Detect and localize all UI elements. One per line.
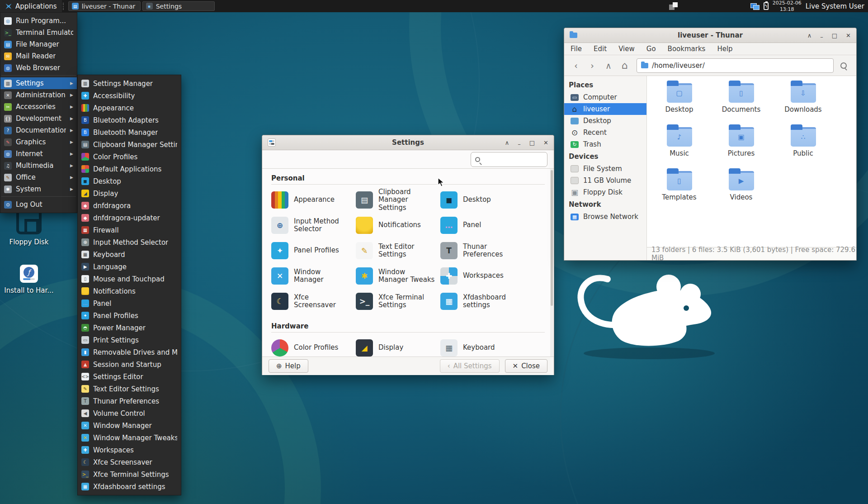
submenu-item[interactable]: ◼ Desktop	[78, 175, 181, 187]
folder-item[interactable]: ▯ Templates	[648, 168, 710, 212]
menubar-item[interactable]: Bookmarks	[668, 45, 706, 53]
menu-item[interactable]: ✕ Administration ▶	[0, 89, 77, 101]
settings-tile[interactable]: ▦ Keyboard	[440, 335, 525, 357]
panel-handle[interactable]	[63, 3, 66, 10]
sidebar-item[interactable]: ▭ Computer	[564, 91, 646, 103]
forward-button[interactable]: ›	[585, 58, 599, 73]
folder-item[interactable]: ▣ Pictures	[710, 124, 772, 168]
settings-tile[interactable]: ▤ Clipboard Manager Settings	[356, 187, 440, 213]
submenu-item[interactable]: ▤ Clipboard Manager Settings	[78, 138, 181, 151]
settings-tile[interactable]: ✎ Text Editor Settings	[356, 238, 440, 263]
desktop-icon-floppy[interactable]: Floppy Disk	[1, 209, 57, 246]
up-button[interactable]: ∧	[601, 58, 616, 73]
submenu-item[interactable]: Notifications	[78, 285, 181, 297]
submenu-item[interactable]: B Bluetooth Manager	[78, 126, 181, 138]
folder-item[interactable]: ▢ Desktop	[648, 81, 710, 124]
settings-tile[interactable]: ✕ Window Manager	[271, 263, 356, 289]
submenu-item[interactable]: B Bluetooth Adapters	[78, 114, 181, 126]
settings-tile[interactable]: ✱ Window Manager Tweaks	[356, 263, 440, 289]
battery-tray-icon[interactable]: ϟ	[764, 2, 769, 10]
minimize-icon[interactable]: –	[820, 33, 823, 40]
submenu-item[interactable]: ▮ Removable Drives and Media	[78, 346, 181, 358]
menu-item[interactable]: ◍ Internet ▶	[0, 148, 77, 160]
menu-item[interactable]: ◍ Web Browser ▶	[0, 62, 77, 74]
menubar-item[interactable]: File	[571, 45, 582, 53]
submenu-item[interactable]: ▦ Xfdashboard settings	[78, 480, 181, 493]
close-icon[interactable]: ✕	[846, 32, 851, 39]
settings-tile[interactable]: ☾ Xfce Screensaver	[271, 289, 356, 314]
sidebar-item[interactable]: ▣ Floppy Disk	[564, 186, 646, 198]
menu-item[interactable]: ? Documentation ▶	[0, 124, 77, 136]
settings-tile[interactable]: ✦ Panel Profiles	[271, 238, 356, 263]
submenu-item[interactable]: <> Settings Editor	[78, 371, 181, 383]
minimize-icon[interactable]: –	[518, 141, 521, 147]
settings-tile[interactable]: >_ Xfce Terminal Settings	[356, 289, 440, 314]
menu-item[interactable]: ▤ File Manager ▶	[0, 38, 77, 50]
all-settings-button[interactable]: ‹ All Settings	[440, 359, 500, 373]
task-button[interactable]: ▪ Settings	[142, 1, 215, 11]
maximize-icon[interactable]: □	[529, 139, 535, 146]
submenu-item[interactable]: ◀ Volume Control	[78, 407, 181, 419]
menu-item[interactable]: ✂ Accessories ▶	[0, 101, 77, 113]
menu-item[interactable]: ⊙ Log Out ▶	[0, 199, 77, 210]
folder-item[interactable]: ∴ Public	[772, 124, 834, 168]
submenu-item[interactable]: >_ Xfce Terminal Settings	[78, 468, 181, 480]
sidebar-item[interactable]: Desktop	[564, 115, 646, 127]
clock[interactable]: 2025-02-06 13:18	[773, 0, 802, 12]
settings-tile[interactable]: Color Profiles	[271, 335, 356, 357]
submenu-item[interactable]: ◓ Power Manager	[78, 322, 181, 334]
thunar-titlebar[interactable]: liveuser - Thunar ∧ – □ ✕	[564, 28, 856, 43]
sidebar-item[interactable]: 11 GB Volume	[564, 175, 646, 186]
scrollbar[interactable]	[550, 169, 553, 357]
close-button[interactable]: ✕ Close	[505, 359, 547, 373]
shade-icon[interactable]: ∧	[807, 32, 812, 39]
help-button[interactable]: ⊕ Help	[269, 359, 308, 373]
menubar-item[interactable]: Help	[717, 45, 732, 53]
submenu-item[interactable]: ✕ Window Manager Tweaks	[78, 432, 181, 444]
path-input[interactable]: /home/liveuser/	[637, 58, 834, 73]
submenu-item[interactable]: Color Profiles	[78, 151, 181, 163]
submenu-item[interactable]: ☾ Xfce Screensaver	[78, 456, 181, 468]
settings-tile[interactable]: ◢ Display	[356, 335, 440, 357]
submenu-item[interactable]: Appearance	[78, 102, 181, 114]
submenu-item[interactable]: ▯ Mouse and Touchpad	[78, 273, 181, 285]
menu-item[interactable]: >_ Terminal Emulator ▶	[0, 27, 77, 38]
settings-tile[interactable]: Appearance	[271, 187, 356, 213]
menu-item[interactable]: ✎ Office ▶	[0, 171, 77, 183]
settings-tile[interactable]: … Panel	[440, 213, 525, 238]
submenu-item[interactable]: ▥ Settings Manager	[78, 77, 181, 90]
menu-item[interactable]: ✎ Graphics ▶	[0, 136, 77, 148]
network-tray-icon[interactable]	[750, 2, 760, 10]
close-icon[interactable]: ✕	[543, 139, 548, 146]
submenu-item[interactable]: T Thunar Preferences	[78, 395, 181, 407]
submenu-item[interactable]: ▭ Print Settings	[78, 334, 181, 346]
home-button[interactable]: ⌂	[618, 58, 632, 73]
settings-tile[interactable]: ⊕ Input Method Selector	[271, 213, 356, 238]
settings-tile[interactable]: ◼ Desktop	[440, 187, 525, 213]
sidebar-item[interactable]: ▦ Browse Network	[564, 211, 646, 223]
back-button[interactable]: ‹	[569, 58, 583, 73]
menu-item[interactable]: {} Development ▶	[0, 113, 77, 124]
menubar-item[interactable]: Go	[646, 45, 656, 53]
settings-tile[interactable]: T Thunar Preferences	[440, 238, 525, 263]
submenu-item[interactable]: Default Applications	[78, 163, 181, 175]
folder-item[interactable]: ▶ Videos	[710, 168, 772, 212]
sidebar-item[interactable]: ↻ Trash	[564, 138, 646, 150]
submenu-item[interactable]: ✚ Accessibility	[78, 90, 181, 102]
submenu-item[interactable]: ✎ Text Editor Settings	[78, 383, 181, 395]
sidebar-item[interactable]: File System	[564, 163, 646, 175]
submenu-item[interactable]: … Panel	[78, 297, 181, 309]
menubar-item[interactable]: Edit	[594, 45, 607, 53]
task-button[interactable]: ▤ liveuser - Thunar	[68, 1, 141, 11]
sidebar-item[interactable]: ⌂ liveuser	[564, 103, 646, 115]
folder-item[interactable]: ▯ Documents	[710, 81, 772, 124]
applications-button[interactable]: Applications	[0, 0, 62, 12]
menubar-item[interactable]: View	[618, 45, 635, 53]
submenu-item[interactable]: ⊕ Input Method Selector	[78, 236, 181, 248]
menu-item[interactable]: ♫ Multimedia ▶	[0, 160, 77, 171]
menu-item[interactable]: ◎ Run Program... ▶	[0, 15, 77, 27]
submenu-item[interactable]: ▦ Keyboard	[78, 248, 181, 261]
workspace-pager[interactable]	[668, 1, 682, 11]
submenu-item[interactable]: ✦ Panel Profiles	[78, 309, 181, 322]
submenu-item[interactable]: ▲ Session and Startup	[78, 358, 181, 371]
